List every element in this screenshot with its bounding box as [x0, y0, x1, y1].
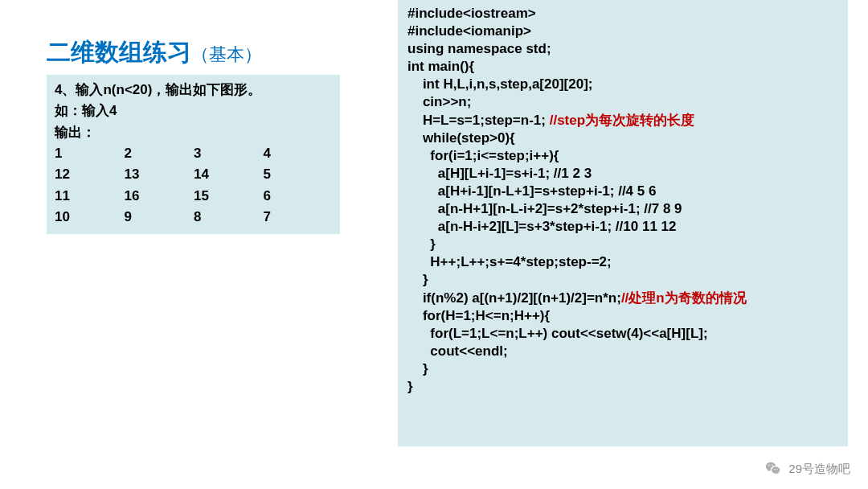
code-comment: //step为每次旋转的长度: [550, 113, 694, 128]
title-sub: （基本）: [191, 44, 262, 64]
cell: 13: [125, 164, 194, 185]
cell: 8: [194, 207, 264, 228]
cell: 6: [264, 186, 332, 207]
table-row: 10 9 8 7: [55, 207, 332, 228]
code-line: #include<iomanip>: [407, 23, 531, 39]
table-row: 12 13 14 5: [55, 164, 332, 185]
footer: 29号造物吧: [764, 460, 850, 478]
code-line: int main(){: [407, 59, 474, 74]
problem-statement-3: 输出：: [55, 122, 332, 143]
cell: 7: [264, 207, 332, 228]
code-line: H++;L++;s+=4*step;step-=2;: [407, 254, 612, 269]
cell: 2: [125, 143, 194, 164]
code-line: if(n%2) a[(n+1)/2][(n+1)/2]=n*n;: [407, 290, 621, 306]
cell: 3: [194, 143, 264, 164]
code-line: H=L=s=1;step=n-1;: [407, 113, 550, 128]
code-line: cin>>n;: [407, 94, 471, 109]
problem-box: 4、输入n(n<20)，输出如下图形。 如：输入4 输出： 1 2 3 4 12…: [47, 75, 340, 234]
code-box: #include<iostream> #include<iomanip> usi…: [398, 0, 848, 446]
code-line: }: [407, 236, 436, 252]
cell: 16: [125, 186, 194, 207]
code-line: a[H+i-1][n-L+1]=s+step+i-1; //4 5 6: [407, 183, 656, 199]
code-line: #include<iostream>: [407, 6, 536, 21]
code-line: cout<<endl;: [407, 343, 508, 359]
cell: 11: [55, 186, 125, 207]
footer-label: 29号造物吧: [788, 462, 850, 477]
page-title: 二维数组练习（基本）: [47, 36, 262, 69]
table-row: 1 2 3 4: [55, 143, 332, 164]
cell: 12: [55, 164, 125, 185]
problem-statement-2: 如：输入4: [55, 101, 332, 121]
code-line: a[n-H+1][n-L-i+2]=s+2*step+i-1; //7 8 9: [407, 201, 682, 216]
code-line: for(H=1;H<=n;H++){: [407, 308, 550, 323]
cell: 1: [55, 143, 125, 164]
cell: 9: [125, 207, 194, 228]
cell: 10: [55, 207, 125, 228]
wechat-icon: [764, 460, 782, 478]
title-main: 二维数组练习: [47, 39, 191, 65]
code-comment: //处理n为奇数的情况: [621, 290, 747, 306]
problem-statement-1: 4、输入n(n<20)，输出如下图形。: [55, 80, 332, 101]
code-line: for(i=1;i<=step;i++){: [407, 148, 559, 163]
code-line: while(step>0){: [407, 130, 515, 146]
code-line: int H,L,i,n,s,step,a[20][20];: [407, 76, 592, 92]
code-line: using namespace std;: [407, 41, 551, 56]
code-line: a[n-H-i+2][L]=s+3*step+i-1; //10 11 12: [407, 219, 676, 234]
code-line: for(L=1;L<=n;L++) cout<<setw(4)<<a[H][L]…: [407, 326, 708, 341]
code-line: }: [407, 379, 413, 394]
code-line: }: [407, 272, 428, 287]
cell: 4: [264, 143, 332, 164]
cell: 5: [264, 164, 332, 185]
cell: 14: [194, 164, 264, 185]
output-grid: 1 2 3 4 12 13 14 5 11 16 15 6 10 9 8 7: [55, 143, 332, 228]
code-line: }: [407, 361, 428, 376]
cell: 15: [194, 186, 264, 207]
code-line: a[H][L+i-1]=s+i-1; //1 2 3: [407, 166, 592, 181]
table-row: 11 16 15 6: [55, 186, 332, 207]
